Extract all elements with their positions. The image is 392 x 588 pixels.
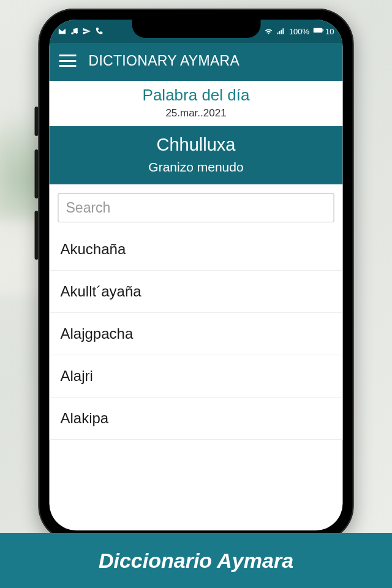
list-item[interactable]: Alajri [50,355,343,398]
signal-icon [277,27,285,36]
battery-icon [313,27,322,36]
phone-notch [132,20,260,38]
word-list: Akuchaña Akullt´ayaña Alajgpacha Alajri … [50,228,343,440]
send-icon [83,27,91,36]
app-bar: DICTIONARY AYMARA [50,43,343,81]
battery-extra: 10 [325,27,334,36]
word-of-day-body[interactable]: Chhulluxa Granizo menudo [50,126,343,184]
list-item[interactable]: Alakipa [50,398,343,440]
wifi-icon [265,27,273,36]
svg-point-0 [71,32,74,35]
phone-side-button [35,211,39,260]
promo-banner-text: Diccionario Aymara [99,549,293,573]
menu-icon[interactable] [59,55,77,67]
word-of-day-header[interactable]: Palabra del día 25.mar..2021 [50,81,343,126]
phone-side-button [35,149,39,198]
battery-percent: 100% [289,27,309,36]
list-item[interactable]: Akuchaña [50,228,343,271]
word-of-day-label: Palabra del día [50,86,343,105]
word-of-day-word: Chhulluxa [50,135,343,155]
svg-rect-3 [322,29,323,31]
phone-screen: 100% 10 DICTIONARY AYMARA Palabra del dí… [50,20,343,530]
promo-banner: Diccionario Aymara [0,533,392,588]
phone-icon [95,27,104,36]
list-item[interactable]: Alajgpacha [50,313,343,355]
phone-frame: 100% 10 DICTIONARY AYMARA Palabra del dí… [39,9,354,541]
phone-side-button [35,107,39,136]
search-input[interactable] [58,193,334,222]
list-item[interactable]: Akullt´ayaña [50,271,343,313]
word-of-day-definition: Granizo menudo [50,160,343,175]
svg-rect-2 [313,28,322,33]
svg-point-1 [75,32,78,34]
search-container [50,184,343,228]
mail-icon [58,27,67,36]
music-icon [70,27,79,36]
word-of-day-date: 25.mar..2021 [50,107,343,119]
app-title: DICTIONARY AYMARA [89,53,240,69]
